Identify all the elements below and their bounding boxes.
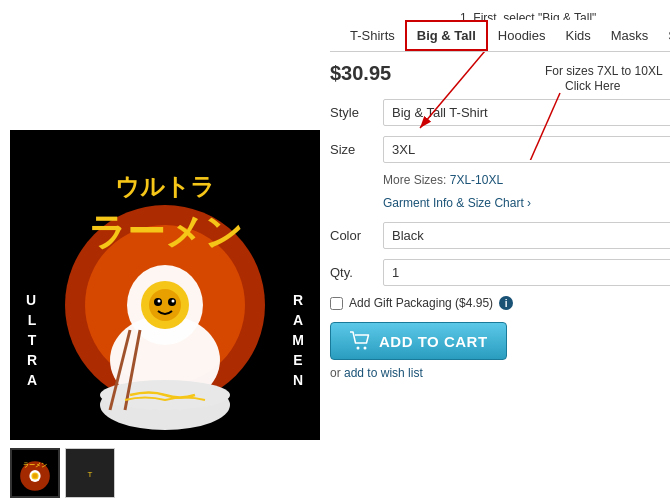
add-to-cart-button[interactable]: ADD TO CART (330, 322, 507, 360)
qty-select[interactable]: 1 2 3 4 5 (383, 259, 670, 286)
svg-text:U: U (26, 292, 38, 308)
svg-text:ラーメン: ラーメン (23, 462, 47, 468)
svg-text:N: N (293, 372, 303, 388)
left-panel: ウルトラ ラーメン U L T R A R A M E N (0, 120, 330, 500)
more-sizes-link[interactable]: 7XL-10XL (450, 173, 503, 187)
svg-text:T: T (28, 332, 37, 348)
style-label: Style (330, 105, 375, 120)
gift-row: Add Gift Packaging ($4.95) i (330, 296, 670, 310)
svg-point-38 (357, 347, 360, 350)
svg-text:A: A (27, 372, 37, 388)
nav-tshirts[interactable]: T-Shirts (340, 22, 405, 49)
style-row: Style Big & Tall T-Shirt Big & Tall Long… (330, 99, 670, 126)
nav-big-tall[interactable]: Big & Tall (405, 20, 488, 51)
cart-icon (349, 331, 371, 351)
thumbnail-1[interactable]: ラーメン (10, 448, 60, 498)
svg-point-25 (172, 300, 175, 303)
color-row: Color Black Navy White Red (330, 222, 670, 249)
nav-specialty[interactable]: Specialty (658, 22, 670, 49)
svg-text:R: R (293, 292, 303, 308)
thumbnail-2[interactable]: T (65, 448, 115, 498)
product-main-image: ウルトラ ラーメン U L T R A R A M E N (10, 130, 320, 440)
svg-point-39 (364, 347, 367, 350)
qty-row: Qty. 1 2 3 4 5 (330, 259, 670, 286)
product-price: $30.95 (330, 62, 670, 85)
wish-list-link[interactable]: add to wish list (344, 366, 423, 380)
nav-masks[interactable]: Masks (601, 22, 659, 49)
svg-text:A: A (293, 312, 303, 328)
nav-hoodies[interactable]: Hoodies (488, 22, 556, 49)
svg-text:E: E (293, 352, 302, 368)
right-panel: T-Shirts Big & Tall Hoodies Kids Masks S… (330, 10, 670, 402)
color-select[interactable]: Black Navy White Red (383, 222, 670, 249)
svg-text:ラーメン: ラーメン (88, 211, 243, 253)
svg-point-21 (149, 289, 181, 321)
garment-info-link[interactable]: Garment Info & Size Chart › (383, 196, 531, 210)
nav-kids[interactable]: Kids (555, 22, 600, 49)
style-select[interactable]: Big & Tall T-Shirt Big & Tall Long Sleev… (383, 99, 670, 126)
svg-text:M: M (292, 332, 304, 348)
top-section: ウルトラ ラーメン U L T R A R A M E N (0, 0, 670, 500)
svg-text:R: R (27, 352, 37, 368)
svg-text:T: T (88, 470, 93, 479)
thumbnail-row: ラーメン T (10, 448, 320, 498)
svg-text:L: L (28, 312, 37, 328)
size-select[interactable]: 2XL 3XL 4XL 5XL 6XL (383, 136, 670, 163)
garment-info: Garment Info & Size Chart › (383, 195, 670, 210)
gift-checkbox[interactable] (330, 297, 343, 310)
color-label: Color (330, 228, 375, 243)
svg-point-24 (158, 300, 161, 303)
svg-point-35 (33, 474, 38, 479)
svg-text:ウルトラ: ウルトラ (115, 174, 215, 200)
info-icon[interactable]: i (499, 296, 513, 310)
nav-bar: T-Shirts Big & Tall Hoodies Kids Masks S… (330, 20, 670, 52)
gift-label: Add Gift Packaging ($4.95) (349, 296, 493, 310)
wish-list: or add to wish list (330, 366, 670, 380)
qty-label: Qty. (330, 265, 375, 280)
size-label: Size (330, 142, 375, 157)
more-sizes-text: More Sizes: 7XL-10XL (383, 173, 670, 187)
page-wrapper: 1. First, select "Big & Tall" 2. Select … (0, 0, 670, 500)
add-to-cart-label: ADD TO CART (379, 333, 488, 350)
size-row: Size 2XL 3XL 4XL 5XL 6XL (330, 136, 670, 163)
